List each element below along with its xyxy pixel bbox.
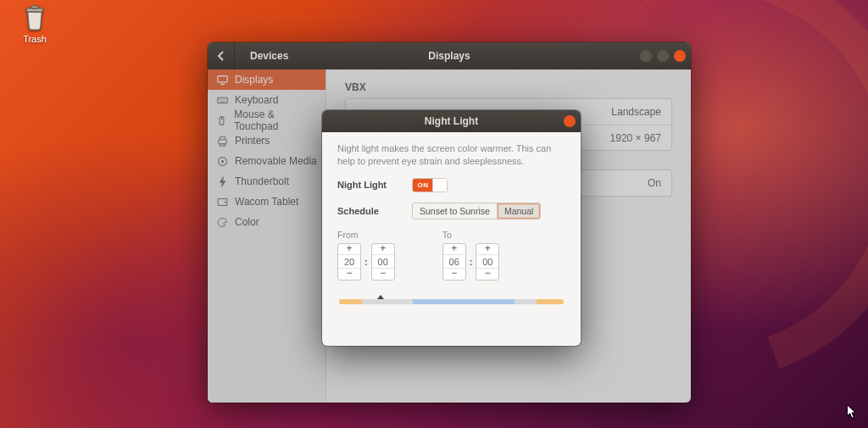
night-light-toggle[interactable]: ON (412, 178, 448, 192)
to-hour-down[interactable]: − (443, 269, 465, 280)
trash-icon (12, 3, 58, 32)
toggle-on-text: ON (413, 179, 433, 192)
from-time-group: From + 20 − : + 00 − (337, 230, 395, 281)
cursor-icon (846, 404, 858, 420)
to-minute-up[interactable]: + (476, 244, 498, 255)
toggle-knob (432, 179, 448, 192)
minimize-button[interactable] (640, 50, 652, 62)
from-label: From (337, 230, 395, 240)
dialog-close-button[interactable] (564, 115, 576, 127)
to-label: To (442, 230, 500, 240)
from-minute-up[interactable]: + (372, 244, 394, 255)
from-hour-spinner: + 20 − (337, 243, 361, 281)
dialog-title: Night Light (425, 115, 478, 127)
schedule-segmented: Sunset to Sunrise Manual (412, 203, 541, 220)
from-hour-up[interactable]: + (338, 244, 360, 255)
dialog-titlebar[interactable]: Night Light (322, 110, 581, 132)
from-minute-spinner: + 00 − (371, 243, 395, 281)
to-hour-up[interactable]: + (443, 244, 465, 255)
back-button[interactable] (208, 42, 235, 69)
time-colon: : (364, 257, 368, 267)
to-minute-down[interactable]: − (476, 269, 498, 280)
time-colon: : (470, 257, 473, 267)
timeline-caret-icon (377, 295, 384, 299)
titlebar-section: Devices (235, 50, 303, 62)
window-controls (640, 42, 686, 69)
schedule-option-sunset[interactable]: Sunset to Sunrise (413, 203, 497, 219)
night-light-toggle-label: Night Light (337, 180, 412, 190)
desktop-trash-label: Trash (12, 34, 58, 44)
to-hour-spinner: + 06 − (442, 243, 466, 281)
maximize-button[interactable] (657, 50, 669, 62)
schedule-option-manual[interactable]: Manual (497, 203, 540, 219)
desktop: Trash Devices Displays Displays (0, 0, 868, 428)
close-button[interactable] (674, 50, 686, 62)
svg-rect-1 (31, 6, 39, 8)
schedule-timeline[interactable] (339, 299, 564, 304)
to-time-group: To + 06 − : + 00 − (442, 230, 500, 281)
to-minute-spinner: + 00 − (476, 243, 499, 281)
night-light-dialog: Night Light Night light makes the screen… (322, 110, 581, 346)
desktop-trash[interactable]: Trash (12, 3, 58, 44)
window-titlebar[interactable]: Devices Displays (208, 42, 691, 69)
dialog-description: Night light makes the screen color warme… (337, 142, 565, 168)
from-hour-down[interactable]: − (338, 269, 360, 280)
schedule-label: Schedule (337, 206, 412, 216)
from-minute-down[interactable]: − (372, 269, 394, 280)
